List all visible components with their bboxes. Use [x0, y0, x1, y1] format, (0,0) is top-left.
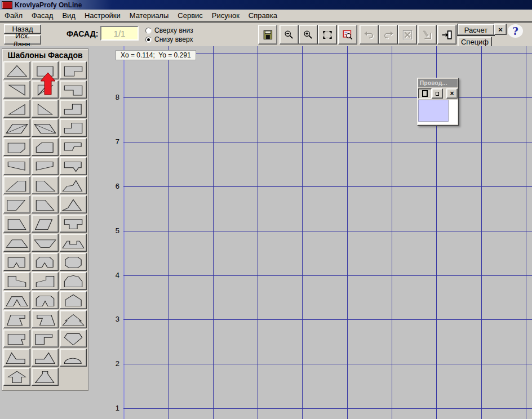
facade-template-trapezoid-tab-top[interactable]	[32, 368, 59, 386]
quad-taper-right-icon	[33, 197, 57, 212]
facade-template-l-notch-se[interactable]	[60, 61, 87, 79]
app-icon	[2, 1, 12, 9]
palette-title: Шаблоны Фасадов	[2, 49, 88, 61]
save-button[interactable]	[258, 25, 277, 44]
zoom-out-button[interactable]	[280, 25, 299, 44]
facade-template-semicircle[interactable]	[60, 349, 87, 367]
facade-template-quad-taper-right[interactable]	[32, 195, 59, 213]
facade-template-rect-cut-nw[interactable]	[32, 138, 59, 156]
facade-template-stairs-right[interactable]	[60, 119, 87, 137]
facade-template-gem[interactable]	[60, 329, 87, 347]
menu-item-6[interactable]: Сервис	[173, 10, 207, 21]
undo-icon	[363, 28, 375, 42]
facade-template-l-notch-sw[interactable]	[60, 81, 87, 99]
maximize-icon[interactable]	[418, 88, 432, 99]
radio-top-down[interactable]: Сверху вниз	[145, 26, 193, 34]
zoom-in-button[interactable]	[299, 25, 318, 44]
zoom-selection-button[interactable]	[338, 25, 357, 44]
facade-template-arch[interactable]	[60, 272, 87, 290]
facade-template-rect-notch-right[interactable]	[3, 329, 30, 347]
facade-template-trapezoid-lean-right[interactable]	[3, 215, 30, 233]
facade-template-triangle-up[interactable]	[3, 61, 30, 79]
mini-window-title[interactable]: Провод...	[418, 79, 458, 87]
facade-template-quad-taper-left[interactable]	[3, 195, 30, 213]
facade-template-parallelogram-lean-left[interactable]	[32, 215, 59, 233]
facade-template-ridge-peak-right[interactable]	[60, 176, 87, 194]
facade-template-round-vnotch[interactable]	[32, 291, 59, 309]
help-icon[interactable]: ?	[508, 24, 523, 38]
close-button[interactable]: ×	[494, 24, 507, 35]
facade-template-trapezoid-inverted[interactable]	[32, 234, 59, 252]
trapezoid-step-left-icon	[33, 312, 57, 327]
axis-label: 7	[107, 137, 119, 146]
facade-template-parallelogram-right[interactable]	[3, 119, 30, 137]
facade-template-block-arrow-up[interactable]	[3, 368, 30, 386]
facade-template-trapezoid-step-left[interactable]	[32, 310, 59, 328]
facade-template-pentagon-house[interactable]	[60, 291, 87, 309]
facade-template-trapezoid-step-right[interactable]	[3, 310, 30, 328]
arch-icon	[61, 274, 86, 289]
mini-window[interactable]: Провод... ×	[417, 78, 459, 126]
grid-hline	[123, 319, 532, 320]
title-bar: KrovlyaProfy OnLine	[0, 0, 532, 10]
facade-template-triangle-se[interactable]	[3, 100, 30, 118]
facade-template-trapezoid-notch-top[interactable]	[60, 234, 87, 252]
facade-counter-field[interactable]	[100, 26, 139, 41]
facade-template-trapezoid[interactable]	[3, 234, 30, 252]
l-notch-se-icon	[61, 63, 86, 78]
facade-template-z-step[interactable]	[32, 329, 59, 347]
menu-item-8[interactable]: Справка	[244, 10, 282, 21]
radio-bottom-up[interactable]: Снизу вверх	[145, 35, 193, 43]
menu-item-3[interactable]: Вид	[57, 10, 80, 21]
menu-item-1[interactable]: Файл	[0, 10, 27, 21]
facade-template-slant-bottom-left[interactable]	[3, 157, 30, 175]
menu-item-4[interactable]: Настройки	[80, 10, 125, 21]
facade-template-tab-bottom[interactable]	[60, 215, 87, 233]
facade-template-rect-cut-se[interactable]	[3, 138, 30, 156]
insert-facade-button[interactable]	[437, 25, 456, 44]
plateau-peak-right-icon	[33, 350, 57, 365]
facade-template-plateau-peak-right[interactable]	[32, 349, 59, 367]
facade-template-trapezoid-slant-left[interactable]	[3, 176, 30, 194]
toolbar: Назад Исх. Данн. ФАСАД: Сверху вниз Сниз…	[0, 23, 532, 47]
close-icon[interactable]: ×	[446, 88, 458, 99]
facade-template-octagon[interactable]	[60, 253, 87, 271]
red-arrow-cursor	[40, 73, 56, 95]
menu-item-7[interactable]: Рисунок	[207, 10, 244, 21]
facade-template-rect-vnotch-bottom[interactable]	[3, 253, 30, 271]
facade-template-step-up-right[interactable]	[60, 100, 87, 118]
source-data-button[interactable]: Исх. Данн.	[4, 35, 41, 44]
minimize-icon[interactable]	[432, 88, 443, 99]
drawing-canvas[interactable]: 87654321 Xo = 0.114; Yo = 0.291 Шаблоны …	[0, 46, 532, 419]
calc-button[interactable]: Расчет	[458, 24, 494, 35]
fit-view-button[interactable]	[318, 25, 337, 44]
facade-template-bridge-vnotch[interactable]	[3, 291, 30, 309]
rect-vnotch-bottom-icon	[5, 255, 29, 270]
facade-template-ridge-peak-left[interactable]	[3, 349, 30, 367]
facade-template-triangle-sw[interactable]	[32, 100, 59, 118]
facade-templates-panel: Шаблоны Фасадов	[2, 48, 88, 391]
window-title: KrovlyaProfy OnLine	[15, 1, 82, 9]
facade-template-slant-bottom-right[interactable]	[32, 157, 59, 175]
facade-template-hex-vnotch-bottom[interactable]	[32, 253, 59, 271]
axis-label: 8	[107, 93, 119, 101]
radio-top-down-circle[interactable]	[145, 28, 152, 34]
facade-template-parallelogram-left[interactable]	[32, 119, 59, 137]
rect-vnotch-se-icon	[61, 159, 86, 174]
facade-template-step-notch-right[interactable]	[60, 138, 87, 156]
facade-template-flag-slant-left[interactable]	[32, 272, 59, 290]
grid-vline	[526, 46, 526, 419]
grid-hline	[123, 275, 532, 276]
menu-item-2[interactable]: Фасад	[27, 10, 57, 21]
color-swatch[interactable]	[418, 100, 449, 122]
facade-template-hill-peak[interactable]	[60, 195, 87, 213]
facade-template-triangle-ne[interactable]	[3, 81, 30, 99]
hill-peak-icon	[61, 197, 86, 212]
radio-bottom-up-circle[interactable]	[145, 37, 152, 43]
facade-template-trapezoid-slant-right[interactable]	[32, 176, 59, 194]
trapezoid-step-right-icon	[5, 312, 29, 327]
facade-template-flag-slant-right[interactable]	[3, 272, 30, 290]
facade-template-rect-vnotch-se[interactable]	[60, 157, 87, 175]
menu-item-5[interactable]: Материалы	[125, 10, 174, 21]
facade-template-arrow-step-up[interactable]	[60, 310, 87, 328]
